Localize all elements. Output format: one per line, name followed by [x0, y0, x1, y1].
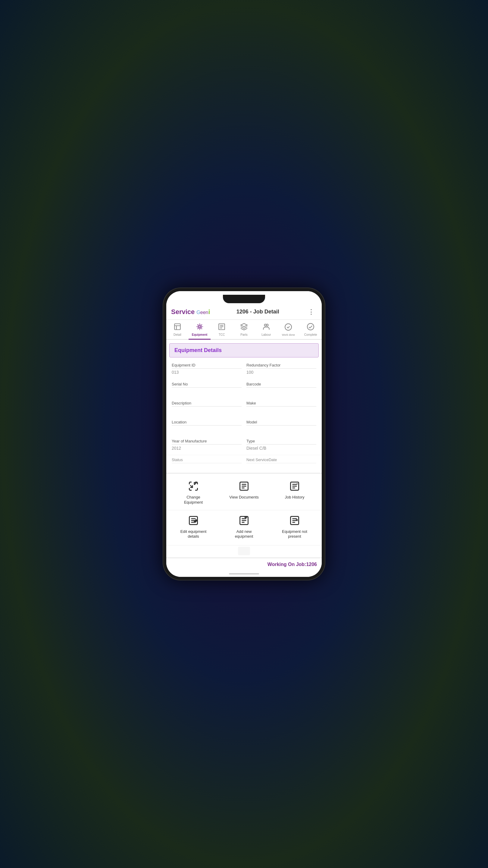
value-year-manufacture: 2012 [172, 446, 241, 452]
logo-service-text: Service [171, 308, 195, 316]
edit-equipment-label: Edit equipmentdetails [181, 529, 207, 539]
value-serial-no [172, 389, 241, 395]
change-equipment-label: ChangeEquipment [184, 495, 203, 505]
add-equipment-button[interactable]: Add newequipment [220, 513, 268, 542]
actions-row2: Edit equipmentdetails Add newequipment [166, 510, 322, 546]
label-barcode: Barcode [247, 382, 316, 388]
tab-workdone-label: Work done [282, 333, 295, 336]
add-equipment-icon [238, 515, 250, 527]
value-equipment-id: 013 [172, 370, 241, 376]
view-documents-label: View Documents [229, 495, 258, 500]
scroll-hint [238, 547, 250, 555]
home-indicator-area [166, 571, 322, 577]
tab-equipment-label: Equipment [192, 333, 207, 336]
job-history-label: Job History [285, 495, 304, 500]
label-make: Make [247, 401, 316, 407]
app-logo: Service Geeni [171, 308, 210, 316]
menu-button[interactable]: ⋮ [305, 307, 317, 317]
value-next-service [247, 464, 316, 470]
field-next-service: Next ServiceDate [244, 455, 319, 472]
status-bar: Working On Job:1206 [166, 558, 322, 571]
svg-point-7 [307, 323, 314, 330]
not-present-button[interactable]: Equipment notpresent [270, 513, 319, 542]
view-documents-icon [238, 481, 250, 493]
section-header: Equipment Details [169, 343, 319, 358]
job-history-icon [289, 481, 300, 493]
svg-rect-0 [174, 324, 181, 330]
field-barcode: Barcode [244, 379, 319, 398]
working-on-label: Working On Job:1206 [267, 562, 317, 567]
tab-complete-icon [307, 323, 315, 333]
tab-equipment-icon [196, 323, 204, 333]
value-model [247, 427, 316, 433]
svg-point-2 [198, 324, 201, 329]
tab-parts-icon [240, 323, 248, 333]
tab-parts[interactable]: Parts [233, 321, 255, 339]
tab-labour-label: Labour [261, 333, 271, 336]
value-type: Diesel C/B [247, 446, 316, 452]
svg-point-5 [266, 324, 268, 327]
label-redundancy-factor: Redundancy Factor [247, 363, 316, 369]
equipment-fields: Equipment ID 013 Redundancy Factor 100 S… [166, 360, 322, 455]
edit-equipment-icon [188, 515, 199, 527]
label-equipment-id: Equipment ID [172, 363, 241, 369]
logo-e2: e [203, 310, 206, 315]
tab-detail-icon [173, 323, 181, 333]
tab-parts-label: Parts [240, 333, 247, 336]
main-content: Equipment Details Equipment ID 013 Redun… [166, 340, 322, 558]
field-location: Location [169, 417, 244, 436]
page-title: 1206 - Job Detail [210, 309, 305, 315]
label-year-manufacture: Year of Manufacture [172, 439, 241, 444]
label-next-service: Next ServiceDate [247, 458, 316, 463]
tab-tcc-icon [218, 323, 226, 333]
field-description: Description [169, 398, 244, 417]
tab-tcc-label: TCC [219, 333, 225, 336]
tab-detail-label: Detail [173, 333, 181, 336]
tab-workdone[interactable]: Work done [278, 321, 300, 339]
value-status [172, 464, 241, 470]
field-equipment-id: Equipment ID 013 [169, 360, 244, 379]
logo-g: G [196, 310, 200, 315]
tab-complete[interactable]: Complete [299, 321, 322, 339]
value-location [172, 427, 241, 433]
logo-e1: e [200, 310, 203, 315]
label-description: Description [172, 401, 241, 407]
notch [223, 295, 265, 303]
field-make: Make [244, 398, 319, 417]
field-serial-no: Serial No [169, 379, 244, 398]
change-equipment-icon [188, 481, 199, 493]
not-present-label: Equipment notpresent [282, 529, 307, 539]
value-make [247, 408, 316, 414]
svg-point-6 [285, 324, 292, 330]
label-serial-no: Serial No [172, 382, 241, 388]
tab-detail[interactable]: Detail [166, 321, 189, 339]
app-header: Service Geeni 1206 - Job Detail ⋮ [166, 304, 322, 320]
value-barcode [247, 389, 316, 395]
field-type: Type Diesel C/B [244, 436, 319, 455]
status-partial-row: Status Next ServiceDate [166, 455, 322, 472]
edit-equipment-button[interactable]: Edit equipmentdetails [169, 513, 218, 542]
label-location: Location [172, 420, 241, 426]
label-type: Type [247, 439, 316, 444]
field-redundancy-factor: Redundancy Factor 100 [244, 360, 319, 379]
not-present-icon [289, 515, 300, 527]
label-model: Model [247, 420, 316, 426]
job-history-button[interactable]: Job History [270, 478, 319, 507]
tab-tcc[interactable]: TCC [210, 321, 233, 339]
tab-workdone-icon [284, 323, 292, 333]
add-equipment-label: Add newequipment [235, 529, 253, 539]
view-documents-button[interactable]: View Documents [220, 478, 268, 507]
phone-frame: Service Geeni 1206 - Job Detail ⋮ Detail [163, 287, 325, 581]
phone-screen: Service Geeni 1206 - Job Detail ⋮ Detail [166, 291, 322, 577]
section-title: Equipment Details [174, 347, 222, 353]
actions-row1: ChangeEquipment View Documents [166, 473, 322, 510]
tab-equipment[interactable]: Equipment [189, 321, 211, 340]
home-indicator-bar [229, 573, 259, 575]
svg-point-1 [198, 326, 201, 328]
value-description [172, 408, 241, 414]
change-equipment-button[interactable]: ChangeEquipment [169, 478, 218, 507]
tab-bar: Detail Equipment [166, 320, 322, 340]
value-redundancy-factor: 100 [247, 370, 316, 376]
field-year-manufacture: Year of Manufacture 2012 [169, 436, 244, 455]
tab-labour[interactable]: Labour [255, 321, 278, 339]
